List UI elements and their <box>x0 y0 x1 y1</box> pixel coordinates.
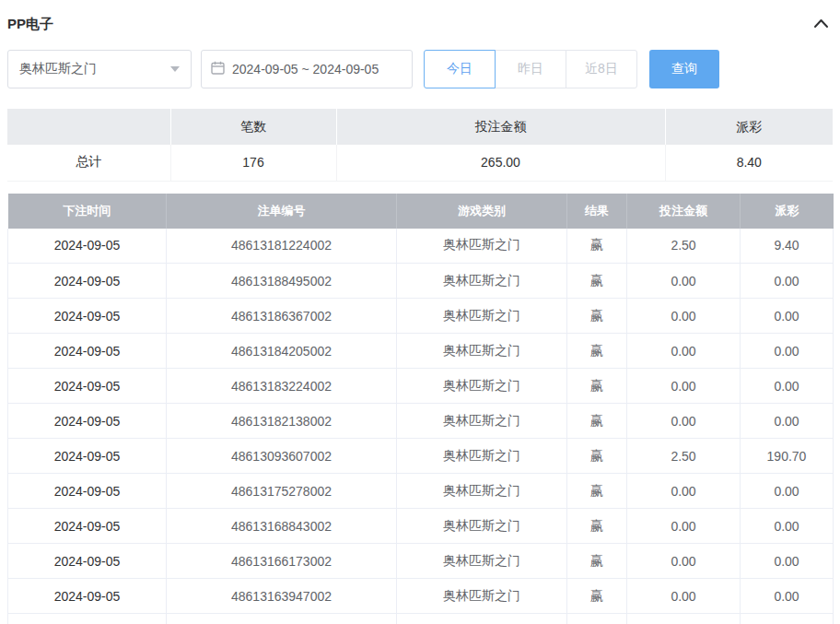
detail-cell <box>397 614 567 624</box>
detail-cell: 0.00 <box>741 579 834 614</box>
detail-cell: 赢 <box>567 264 627 299</box>
detail-cell: 奥林匹斯之门 <box>397 369 567 404</box>
detail-cell <box>627 614 741 624</box>
detail-cell: 2024-09-05 <box>8 229 167 264</box>
last-8-days-button[interactable]: 近8日 <box>566 50 637 88</box>
detail-cell: 赢 <box>567 509 627 544</box>
detail-cell: 奥林匹斯之门 <box>397 404 567 439</box>
report-panel: PP电子 奥林匹斯之门 2024-09-05 ~ 2 <box>0 0 840 624</box>
table-row: 2024-09-0548613181224002奥林匹斯之门赢2.509.40 <box>8 229 834 264</box>
detail-cell: 48613181224002 <box>167 229 397 264</box>
detail-header-cell: 游戏类别 <box>397 194 567 229</box>
detail-cell: 0.00 <box>627 474 741 509</box>
detail-cell: 0.00 <box>741 509 834 544</box>
detail-cell: 2024-09-05 <box>8 544 167 579</box>
summary-header-cell <box>7 109 170 145</box>
detail-cell: 2024-09-05 <box>8 579 167 614</box>
detail-cell: 0.00 <box>627 579 741 614</box>
summary-value-cell: 8.40 <box>665 145 833 181</box>
detail-cell: 2024-09-05 <box>8 334 167 369</box>
detail-cell: 48613186367002 <box>167 299 397 334</box>
summary-header-row: 笔数投注金额派彩 <box>7 109 833 145</box>
detail-cell: 2024-09-05 <box>8 509 167 544</box>
summary-header-cell: 笔数 <box>170 109 336 145</box>
detail-cell: 赢 <box>567 334 627 369</box>
detail-cell: 2024-09-05 <box>8 474 167 509</box>
detail-cell: 0.00 <box>741 544 834 579</box>
page-title: PP电子 <box>7 16 53 33</box>
detail-cell: 0.00 <box>627 544 741 579</box>
detail-cell: 0.00 <box>741 369 834 404</box>
detail-cell: 48613182138002 <box>167 404 397 439</box>
detail-cell: 赢 <box>567 579 627 614</box>
detail-table-body: 2024-09-0548613181224002奥林匹斯之门赢2.509.402… <box>8 229 834 624</box>
table-row: 2024-09-0548613175278002奥林匹斯之门赢0.000.00 <box>8 474 834 509</box>
detail-cell <box>567 614 627 624</box>
detail-cell: 赢 <box>567 299 627 334</box>
today-button[interactable]: 今日 <box>424 50 496 88</box>
detail-cell: 0.00 <box>741 264 834 299</box>
detail-cell: 奥林匹斯之门 <box>397 579 567 614</box>
detail-cell: 0.00 <box>627 369 741 404</box>
detail-cell: 48613168843002 <box>167 509 397 544</box>
collapse-button[interactable] <box>813 16 829 32</box>
detail-cell: 48613163947002 <box>167 579 397 614</box>
detail-cell: 9.40 <box>741 229 834 264</box>
detail-cell: 赢 <box>567 544 627 579</box>
detail-cell: 奥林匹斯之门 <box>397 474 567 509</box>
summary-value-cell: 265.00 <box>336 145 665 181</box>
detail-cell: 2024-09-05 <box>8 264 167 299</box>
detail-cell: 奥林匹斯之门 <box>397 229 567 264</box>
date-range-value: 2024-09-05 ~ 2024-09-05 <box>232 62 379 77</box>
detail-cell: 0.00 <box>741 474 834 509</box>
detail-cell: 48613166173002 <box>167 544 397 579</box>
detail-cell: 2.50 <box>627 229 741 264</box>
calendar-icon <box>211 61 225 77</box>
detail-table: 下注时间注单编号游戏类别结果投注金额派彩 2024-09-05486131812… <box>7 194 834 624</box>
summary-header-cell: 派彩 <box>665 109 833 145</box>
summary-table: 笔数投注金额派彩 总计176265.008.40 <box>7 109 833 182</box>
yesterday-button[interactable]: 昨日 <box>495 50 566 88</box>
detail-cell: 0.00 <box>741 334 834 369</box>
table-row: 2024-09-0548613163947002奥林匹斯之门赢0.000.00 <box>8 579 834 614</box>
detail-cell: 0.00 <box>627 334 741 369</box>
detail-cell: 2024-09-05 <box>8 439 167 474</box>
detail-cell: 赢 <box>567 369 627 404</box>
table-row-partial <box>8 614 834 624</box>
detail-cell: 48613188495002 <box>167 264 397 299</box>
detail-cell: 奥林匹斯之门 <box>397 544 567 579</box>
caret-down-icon <box>170 66 180 72</box>
panel-header: PP电子 <box>7 0 833 33</box>
date-range-input[interactable]: 2024-09-05 ~ 2024-09-05 <box>201 50 413 88</box>
detail-cell: 赢 <box>567 404 627 439</box>
detail-cell: 2024-09-05 <box>8 369 167 404</box>
detail-header-cell: 下注时间 <box>8 194 167 229</box>
filter-bar: 奥林匹斯之门 2024-09-05 ~ 2024-09-05 今日 昨日 近8日… <box>7 50 833 88</box>
detail-cell: 0.00 <box>627 264 741 299</box>
detail-cell: 奥林匹斯之门 <box>397 299 567 334</box>
summary-header-cell: 投注金额 <box>336 109 665 145</box>
detail-cell: 赢 <box>567 439 627 474</box>
detail-header-cell: 结果 <box>567 194 627 229</box>
detail-cell: 48613175278002 <box>167 474 397 509</box>
detail-cell: 2.50 <box>627 439 741 474</box>
table-row: 2024-09-0548613168843002奥林匹斯之门赢0.000.00 <box>8 509 834 544</box>
detail-cell: 0.00 <box>627 509 741 544</box>
detail-cell: 190.70 <box>741 439 834 474</box>
detail-cell <box>8 614 167 624</box>
query-button[interactable]: 查询 <box>649 50 719 88</box>
detail-cell: 48613183224002 <box>167 369 397 404</box>
detail-cell: 奥林匹斯之门 <box>397 439 567 474</box>
summary-value-cell: 总计 <box>7 145 170 181</box>
table-row: 2024-09-0548613188495002奥林匹斯之门赢0.000.00 <box>8 264 834 299</box>
summary-value-cell: 176 <box>170 145 336 181</box>
chevron-up-icon <box>813 16 829 32</box>
detail-cell: 奥林匹斯之门 <box>397 264 567 299</box>
detail-cell <box>167 614 397 624</box>
detail-cell: 赢 <box>567 229 627 264</box>
table-row: 2024-09-0548613093607002奥林匹斯之门赢2.50190.7… <box>8 439 834 474</box>
table-row: 2024-09-0548613186367002奥林匹斯之门赢0.000.00 <box>8 299 834 334</box>
game-select[interactable]: 奥林匹斯之门 <box>7 50 192 88</box>
detail-header-row: 下注时间注单编号游戏类别结果投注金额派彩 <box>8 194 834 229</box>
detail-header-cell: 注单编号 <box>167 194 397 229</box>
